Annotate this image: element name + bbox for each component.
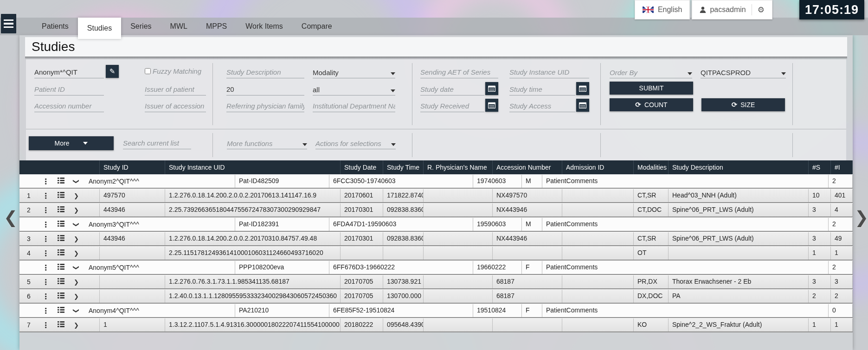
expand-button[interactable]: ❯ [69,293,84,300]
expand-button[interactable]: ❯ [69,322,84,329]
series-list-button[interactable] [53,306,69,315]
issuer-of-accession-input[interactable] [145,100,206,112]
series-list-button[interactable] [53,191,69,200]
list-icon [58,177,64,185]
gear-icon[interactable]: ⚙ [758,5,765,14]
study-access-calendar-button[interactable] [576,99,589,112]
limit-input[interactable] [226,83,304,95]
study-date-input[interactable] [420,83,484,95]
cell-birth-date: 19740603 [473,175,522,188]
series-list-button[interactable] [53,263,69,272]
divider [412,63,412,125]
prev-page-arrow[interactable]: ❮ [4,208,18,227]
study-time-calendar-button[interactable] [576,82,589,95]
collapse-button[interactable]: ❯ [69,221,84,228]
search-current-list-input[interactable] [123,137,191,149]
accession-number-input[interactable] [34,100,104,112]
kebab-menu-button[interactable]: ⋮ [38,278,53,286]
tab-work-items[interactable]: Work Items [236,18,292,35]
edit-patient-name-button[interactable]: ✎ [106,65,119,78]
expand-button[interactable]: ❯ [69,279,84,286]
device-select[interactable]: QITPACSPROD [701,66,786,78]
more-functions-select[interactable]: More functions [227,137,307,149]
collapse-button[interactable]: ❯ [69,178,84,185]
kebab-menu-button[interactable]: ⋮ [38,206,53,215]
kebab-menu-button[interactable]: ⋮ [38,263,53,272]
study-access-input[interactable] [509,100,575,112]
header-cell-accession-number[interactable]: Accession Number [493,160,562,174]
study-instance-uid-input[interactable] [509,66,589,78]
header-cell-study-id[interactable]: Study ID [100,160,165,174]
tab-patients[interactable]: Patients [32,18,78,35]
user-menu[interactable]: pacsadmin ⚙ [692,0,772,19]
tab-compare[interactable]: Compare [292,18,341,35]
collapse-button[interactable]: ❯ [69,307,84,314]
header-cell-controls[interactable] [19,160,100,174]
tab-studies[interactable]: Studies [78,18,121,39]
kebab-menu-button[interactable]: ⋮ [38,249,53,258]
kebab-menu-button[interactable]: ⋮ [38,177,53,186]
study-received-calendar-button[interactable] [485,99,498,112]
fuzzy-matching-checkbox[interactable]: Fuzzy Matching [145,67,201,75]
series-list-button[interactable] [53,177,69,185]
expand-button[interactable]: ❯ [69,207,84,214]
expand-button[interactable]: ❯ [69,235,84,242]
language-selector[interactable]: English [635,0,690,19]
header-cell-#i[interactable]: #I [831,160,853,174]
patient-id-input[interactable] [34,83,104,95]
series-list-button[interactable] [53,321,69,329]
row-controls: ⋮❯Anonym4^QIT^^^ [19,304,235,317]
series-list-button[interactable] [53,206,69,214]
hamburger-menu-icon[interactable] [1,14,16,33]
fuzzy-checkbox-input[interactable] [145,68,151,74]
referring-physician-input[interactable] [226,100,304,112]
header-cell-study-date[interactable]: Study Date [341,160,383,174]
header-cell-#s[interactable]: #S [809,160,831,174]
sending-aet-input[interactable] [420,66,498,78]
header-cell-study-instance-uid[interactable]: Study Instance UID [165,160,341,174]
row-controls: ⋮❯Anonym2^QIT^^^ [19,175,235,188]
kebab-menu-button[interactable]: ⋮ [38,220,53,229]
tab-mpps[interactable]: MPPS [197,18,236,35]
collapse-button[interactable]: ❯ [69,264,84,271]
cell-uid: 2.25.73926636518044755672478307300290929… [165,204,341,216]
institutional-department-input[interactable] [313,100,395,112]
header-cell-r-physician-s-name[interactable]: R. Physician's Name [424,160,493,174]
more-button[interactable]: More [29,136,114,150]
cell-num-instances: 1 [831,247,853,260]
kebab-menu-button[interactable]: ⋮ [38,321,53,330]
submit-button[interactable]: SUBMIT [610,82,693,95]
modality-all-select[interactable]: all [313,83,395,95]
size-button[interactable]: ⟳ SIZE [701,98,785,111]
patient-name-input[interactable] [34,66,104,78]
header-cell-admission-id[interactable]: Admission ID [562,160,634,174]
kebab-menu-button[interactable]: ⋮ [38,292,53,301]
expand-button[interactable]: ❯ [69,192,84,199]
tab-mwl[interactable]: MWL [161,18,197,35]
series-list-button[interactable] [53,235,69,243]
expand-button[interactable]: ❯ [69,250,84,257]
series-list-button[interactable] [53,249,69,257]
next-page-arrow[interactable]: ❯ [855,208,868,227]
actions-for-selections-select[interactable]: Actions for selections [315,137,396,149]
kebab-menu-button[interactable]: ⋮ [38,191,53,200]
study-date-calendar-button[interactable] [485,82,498,95]
cell-time: 130738.921 [383,275,424,288]
series-list-button[interactable] [53,220,69,229]
series-list-button[interactable] [53,292,69,300]
study-time-input[interactable] [509,83,575,95]
count-button[interactable]: ⟳ COUNT [610,98,693,111]
header-cell-modalities[interactable]: Modalities [634,160,669,174]
kebab-menu-button[interactable]: ⋮ [38,235,53,243]
header-cell-study-time[interactable]: Study Time [383,160,424,174]
kebab-menu-button[interactable]: ⋮ [38,306,53,315]
cell-sex: F [522,304,542,317]
series-list-button[interactable] [53,278,69,286]
order-by-select[interactable]: Order By [610,66,692,78]
issuer-of-patient-input[interactable] [145,83,206,95]
tab-series[interactable]: Series [121,18,161,35]
header-cell-study-description[interactable]: Study Description [669,160,809,174]
study-description-input[interactable] [226,66,304,78]
modality-select[interactable]: Modality [313,66,395,78]
study-received-input[interactable] [420,100,484,112]
